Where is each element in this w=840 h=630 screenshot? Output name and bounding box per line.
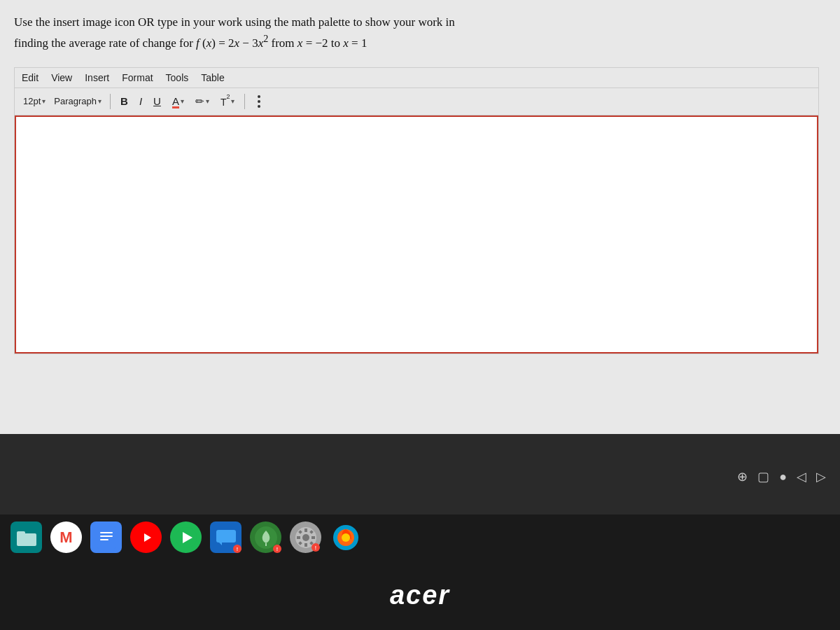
taskbar-item-green-app[interactable]: ! <box>250 522 281 553</box>
paragraph-selector[interactable]: Paragraph ▾ <box>51 94 104 108</box>
writing-area[interactable] <box>15 115 818 354</box>
highlight-chevron: ▾ <box>206 97 209 105</box>
acer-logo: acer <box>390 580 450 610</box>
highlight-icon: ✏ <box>195 95 204 108</box>
taskbar: M <box>0 514 840 560</box>
menu-tools[interactable]: Tools <box>166 72 189 83</box>
svg-rect-19 <box>312 536 315 539</box>
italic-button[interactable]: I <box>135 93 146 109</box>
browser-icon <box>330 522 361 553</box>
svg-rect-17 <box>304 543 307 547</box>
menu-bar: Edit View Insert Format Tools Table <box>15 68 818 88</box>
system-tray: ⊕ ▢ ● ◁ ▷ <box>737 469 826 484</box>
youtube-icon <box>130 522 162 553</box>
font-color-icon: A <box>172 95 179 107</box>
taskbar-item-play[interactable] <box>170 522 202 553</box>
superscript-button[interactable]: T2 ▾ <box>216 94 239 110</box>
tray-back-icon[interactable]: ◁ <box>797 469 806 484</box>
svg-point-15 <box>302 534 309 541</box>
svg-rect-3 <box>100 532 113 533</box>
taskbar-item-docs[interactable] <box>90 522 122 553</box>
svg-marker-11 <box>219 542 222 545</box>
editor-container: Edit View Insert Format Tools Table 12pt… <box>14 67 819 354</box>
docs-icon <box>90 522 122 553</box>
font-size-chevron: ▾ <box>42 97 46 105</box>
screen: Use the insert image icon OR type in you… <box>0 0 840 434</box>
play-icon <box>170 522 202 553</box>
tray-screenshot-icon[interactable]: ⊕ <box>737 469 748 484</box>
svg-rect-5 <box>100 539 108 540</box>
more-options-icon <box>255 94 263 109</box>
italic-label: I <box>139 95 142 107</box>
superscript-chevron: ▾ <box>231 97 234 105</box>
svg-rect-4 <box>100 536 113 537</box>
font-color-button[interactable]: A ▾ <box>168 93 188 109</box>
menu-format[interactable]: Format <box>122 72 153 83</box>
green-app-badge: ! <box>273 545 281 553</box>
underline-button[interactable]: U <box>149 93 165 109</box>
toolbar-divider-1 <box>110 94 111 109</box>
taskbar-item-youtube[interactable] <box>130 522 162 553</box>
highlight-button[interactable]: ✏ ▾ <box>191 93 214 110</box>
svg-rect-16 <box>304 528 307 532</box>
instruction-line2: finding the average rate of change for f… <box>14 31 819 52</box>
taskbar-item-messages[interactable]: ! <box>210 522 241 553</box>
instruction-text: Use the insert image icon OR type in you… <box>14 14 819 52</box>
paragraph-chevron: ▾ <box>98 97 102 105</box>
superscript-icon: T2 <box>220 96 230 108</box>
font-color-chevron: ▾ <box>181 97 184 105</box>
files-icon <box>10 522 42 553</box>
menu-insert[interactable]: Insert <box>85 72 109 83</box>
menu-edit[interactable]: Edit <box>22 72 38 83</box>
messages-badge: ! <box>233 545 241 553</box>
taskbar-item-files[interactable] <box>10 522 42 553</box>
taskbar-item-gmail[interactable]: M <box>50 522 82 553</box>
tray-circle-icon[interactable]: ● <box>779 470 787 484</box>
more-options-button[interactable] <box>251 92 267 111</box>
menu-table[interactable]: Table <box>201 72 224 83</box>
tray-window-icon[interactable]: ▢ <box>757 469 769 484</box>
taskbar-item-settings[interactable]: ! <box>290 522 321 553</box>
svg-rect-1 <box>17 531 25 536</box>
font-size-value: 12pt <box>23 96 41 106</box>
svg-rect-2 <box>97 526 115 549</box>
paragraph-value: Paragraph <box>54 96 97 106</box>
svg-point-26 <box>342 533 350 542</box>
svg-rect-10 <box>216 530 236 542</box>
gmail-icon: M <box>50 522 82 553</box>
underline-label: U <box>153 95 161 107</box>
tray-wifi-icon[interactable]: ▷ <box>816 469 826 484</box>
instruction-line1: Use the insert image icon OR type in you… <box>14 14 819 31</box>
bold-button[interactable]: B <box>116 93 132 109</box>
bottom-area: acer <box>0 560 840 630</box>
toolbar-divider-2 <box>244 94 245 109</box>
settings-badge: ! <box>312 543 320 552</box>
toolbar: 12pt ▾ Paragraph ▾ B I U A <box>15 88 818 115</box>
bold-label: B <box>120 95 128 107</box>
svg-rect-18 <box>297 536 300 539</box>
font-size-selector[interactable]: 12pt ▾ <box>20 94 48 108</box>
taskbar-item-browser[interactable] <box>330 522 361 553</box>
menu-view[interactable]: View <box>51 72 72 83</box>
